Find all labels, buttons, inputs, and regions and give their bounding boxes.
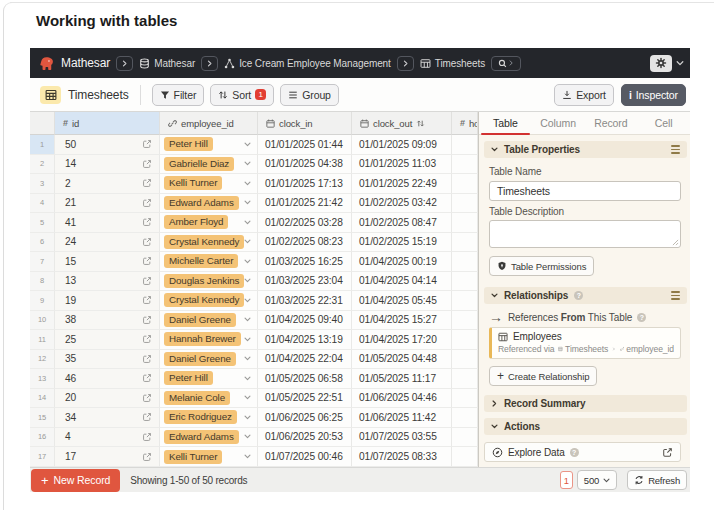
help-icon[interactable]: ? bbox=[637, 313, 646, 322]
clock-in-cell[interactable]: 01/01/2025 21:42 bbox=[258, 194, 352, 214]
employee-cell[interactable]: Peter Hill bbox=[160, 369, 258, 389]
employee-cell[interactable]: Kelli Turner bbox=[160, 447, 258, 467]
row-number[interactable]: 11 bbox=[30, 330, 55, 350]
clock-out-cell[interactable]: 01/05/2025 04:48 bbox=[352, 350, 452, 370]
employee-cell[interactable]: Gabrielle Diaz bbox=[160, 155, 258, 175]
clock-in-cell[interactable]: 01/01/2025 01:44 bbox=[258, 135, 352, 155]
employee-cell[interactable]: Hannah Brewer bbox=[160, 330, 258, 350]
id-cell[interactable]: 2 bbox=[55, 174, 160, 194]
row-number[interactable]: 2 bbox=[30, 155, 55, 175]
id-cell[interactable]: 4 bbox=[55, 428, 160, 448]
search-button[interactable] bbox=[491, 56, 521, 71]
open-record-icon[interactable] bbox=[142, 412, 152, 422]
clock-in-cell[interactable]: 01/05/2025 22:51 bbox=[258, 389, 352, 409]
employee-cell[interactable]: Daniel Greene bbox=[160, 350, 258, 370]
hours-cell[interactable] bbox=[452, 408, 478, 428]
clock-out-cell[interactable]: 01/01/2025 11:03 bbox=[352, 155, 452, 175]
id-cell[interactable]: 24 bbox=[55, 233, 160, 253]
tab-table[interactable]: Table bbox=[479, 112, 532, 134]
employee-cell[interactable]: Michelle Carter bbox=[160, 252, 258, 272]
hours-cell[interactable] bbox=[452, 389, 478, 409]
brand-name[interactable]: Mathesar bbox=[61, 56, 110, 70]
filter-button[interactable]: Filter bbox=[152, 84, 205, 106]
clock-out-cell[interactable]: 01/04/2025 04:14 bbox=[352, 272, 452, 292]
hours-cell[interactable] bbox=[452, 174, 478, 194]
column-header-employee_id[interactable]: employee_id bbox=[160, 112, 258, 135]
clock-in-cell[interactable]: 01/06/2025 20:53 bbox=[258, 428, 352, 448]
table-permissions-button[interactable]: Table Permissions bbox=[489, 256, 594, 276]
open-record-icon[interactable] bbox=[142, 159, 152, 169]
clock-out-cell[interactable]: 01/07/2025 08:33 bbox=[352, 447, 452, 467]
tab-cell[interactable]: Cell bbox=[637, 112, 690, 134]
help-icon[interactable]: ? bbox=[574, 291, 583, 300]
inspector-button[interactable]: i Inspector bbox=[621, 84, 686, 106]
id-cell[interactable]: 17 bbox=[55, 447, 160, 467]
clock-out-cell[interactable]: 01/04/2025 17:20 bbox=[352, 330, 452, 350]
table-name-input[interactable]: Timesheets bbox=[489, 181, 681, 201]
clock-in-cell[interactable]: 01/03/2025 23:04 bbox=[258, 272, 352, 292]
row-number[interactable]: 9 bbox=[30, 291, 55, 311]
open-record-icon[interactable] bbox=[142, 452, 152, 462]
breadcrumb-database[interactable]: Mathesar bbox=[139, 58, 195, 69]
section-relationships[interactable]: Relationships ? bbox=[484, 287, 687, 304]
breadcrumb-table[interactable]: Timesheets bbox=[420, 58, 485, 69]
clock-out-cell[interactable]: 01/07/2025 03:55 bbox=[352, 428, 452, 448]
id-cell[interactable]: 35 bbox=[55, 350, 160, 370]
clock-in-cell[interactable]: 01/01/2025 04:38 bbox=[258, 155, 352, 175]
settings-button[interactable] bbox=[650, 55, 672, 72]
section-table-properties[interactable]: Table Properties bbox=[484, 141, 687, 158]
breadcrumb-chevron-icon[interactable] bbox=[116, 56, 133, 71]
row-number[interactable]: 17 bbox=[30, 447, 55, 467]
create-relationship-button[interactable]: + Create Relationship bbox=[489, 366, 597, 386]
hours-cell[interactable] bbox=[452, 194, 478, 214]
open-record-icon[interactable] bbox=[142, 295, 152, 305]
refresh-button[interactable]: Refresh bbox=[627, 470, 687, 490]
clock-in-cell[interactable]: 01/03/2025 22:31 bbox=[258, 291, 352, 311]
clock-in-cell[interactable]: 01/02/2025 03:28 bbox=[258, 213, 352, 233]
clock-in-cell[interactable]: 01/04/2025 22:04 bbox=[258, 350, 352, 370]
row-number[interactable]: 8 bbox=[30, 272, 55, 292]
relationship-card[interactable]: Employees Referenced via Timesheets empl… bbox=[489, 327, 681, 359]
breadcrumb-schema[interactable]: Ice Cream Employee Management bbox=[224, 58, 391, 69]
open-record-icon[interactable] bbox=[142, 217, 152, 227]
hours-cell[interactable] bbox=[452, 272, 478, 292]
row-number[interactable]: 12 bbox=[30, 350, 55, 370]
row-number[interactable]: 16 bbox=[30, 428, 55, 448]
page-number[interactable]: 1 bbox=[560, 471, 573, 489]
row-number[interactable]: 13 bbox=[30, 369, 55, 389]
row-number[interactable]: 3 bbox=[30, 174, 55, 194]
hours-cell[interactable] bbox=[452, 135, 478, 155]
clock-in-cell[interactable]: 01/07/2025 00:46 bbox=[258, 447, 352, 467]
hours-cell[interactable] bbox=[452, 291, 478, 311]
hours-cell[interactable] bbox=[452, 428, 478, 448]
open-record-icon[interactable] bbox=[142, 334, 152, 344]
corner-header-cell[interactable] bbox=[30, 112, 55, 135]
hours-cell[interactable] bbox=[452, 213, 478, 233]
clock-in-cell[interactable]: 01/03/2025 16:25 bbox=[258, 252, 352, 272]
employee-cell[interactable]: Edward Adams bbox=[160, 194, 258, 214]
id-cell[interactable]: 20 bbox=[55, 389, 160, 409]
row-number[interactable]: 7 bbox=[30, 252, 55, 272]
hours-cell[interactable] bbox=[452, 447, 478, 467]
row-number[interactable]: 15 bbox=[30, 408, 55, 428]
open-record-icon[interactable] bbox=[142, 315, 152, 325]
clock-out-cell[interactable]: 01/06/2025 04:46 bbox=[352, 389, 452, 409]
section-menu-icon[interactable] bbox=[671, 145, 680, 153]
employee-cell[interactable]: Daniel Greene bbox=[160, 311, 258, 331]
clock-in-cell[interactable]: 01/04/2025 09:40 bbox=[258, 311, 352, 331]
employee-cell[interactable]: Crystal Kennedy bbox=[160, 233, 258, 253]
row-number[interactable]: 10 bbox=[30, 311, 55, 331]
tab-record[interactable]: Record bbox=[585, 112, 638, 134]
column-header-id[interactable]: #id bbox=[55, 112, 160, 135]
id-cell[interactable]: 38 bbox=[55, 311, 160, 331]
employee-cell[interactable]: Edward Adams bbox=[160, 428, 258, 448]
row-number[interactable]: 1 bbox=[30, 135, 55, 155]
clock-out-cell[interactable]: 01/01/2025 09:09 bbox=[352, 135, 452, 155]
hours-cell[interactable] bbox=[452, 330, 478, 350]
hours-cell[interactable] bbox=[452, 252, 478, 272]
clock-out-cell[interactable]: 01/02/2025 03:42 bbox=[352, 194, 452, 214]
employee-cell[interactable]: Amber Floyd bbox=[160, 213, 258, 233]
section-record-summary[interactable]: Record Summary bbox=[484, 395, 687, 412]
id-cell[interactable]: 46 bbox=[55, 369, 160, 389]
external-link-icon[interactable] bbox=[662, 447, 673, 458]
